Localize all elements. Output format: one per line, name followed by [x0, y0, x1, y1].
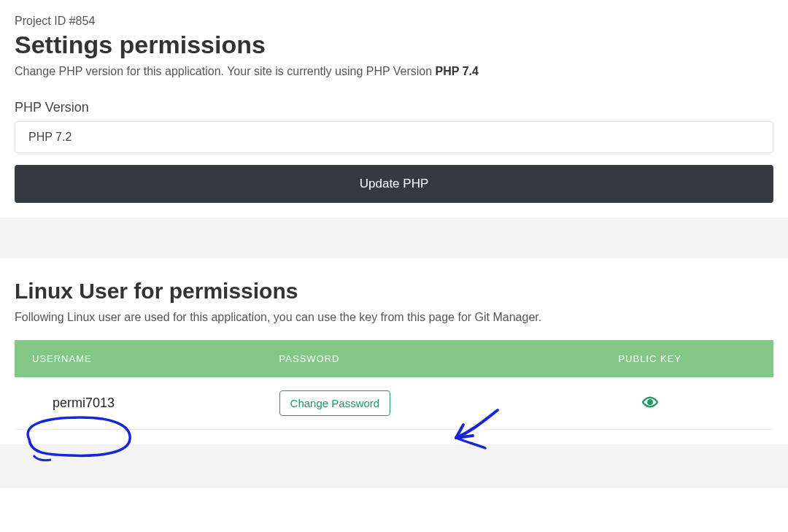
page-description: Change PHP version for this application.… [15, 65, 773, 78]
col-username: Username [15, 340, 262, 377]
table-row: permi7013 Change Password [15, 377, 773, 430]
php-version-select[interactable]: PHP 7.2 [15, 121, 773, 153]
section-divider [0, 217, 788, 258]
svg-point-0 [648, 400, 652, 404]
change-password-button[interactable]: Change Password [279, 390, 391, 416]
username-value: permi7013 [32, 396, 115, 410]
php-version-label: PHP Version [15, 100, 773, 115]
linux-section-title: Linux User for permissions [15, 279, 773, 304]
description-prefix: Change PHP version for this application.… [15, 65, 436, 77]
linux-user-table: Username Password Public Key permi7013 C… [15, 340, 773, 430]
project-id-label: Project ID #854 [15, 15, 773, 28]
php-version-selected: PHP 7.2 [28, 131, 72, 144]
linux-section-description: Following Linux user are used for this a… [15, 311, 773, 324]
update-php-button[interactable]: Update PHP [15, 165, 773, 203]
table-header: Username Password Public Key [15, 340, 773, 377]
page-title: Settings permissions [15, 31, 773, 59]
col-password: Password [262, 340, 527, 377]
eye-icon [642, 394, 658, 410]
view-public-key-button[interactable] [642, 394, 658, 410]
php-current-version: PHP 7.4 [436, 65, 479, 77]
col-public-key: Public Key [526, 340, 773, 377]
bottom-spacer [0, 444, 788, 488]
